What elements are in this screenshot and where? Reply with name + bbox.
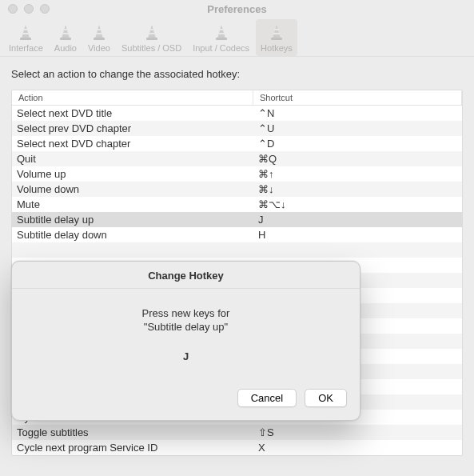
cell-shortcut: ⌘⌥↓ xyxy=(253,198,462,210)
table-row[interactable]: Subtitle delay upJ xyxy=(12,212,462,227)
cell-shortcut: ⌃U xyxy=(253,122,462,134)
cell-shortcut: ⇧S xyxy=(253,426,462,438)
tab-label: Video xyxy=(88,43,110,53)
svg-rect-7 xyxy=(97,29,102,30)
cell-action: Subtitle delay up xyxy=(12,214,253,226)
table-row[interactable]: Mute⌘⌥↓ xyxy=(12,197,462,212)
svg-rect-10 xyxy=(149,29,154,30)
table-row[interactable]: Subtitle delay downH xyxy=(12,227,462,242)
svg-rect-15 xyxy=(271,38,282,40)
cell-action: Volume up xyxy=(12,168,253,180)
cell-shortcut: X xyxy=(253,442,462,454)
svg-rect-1 xyxy=(23,29,28,30)
preferences-toolbar: Interface Audio Video Subtitles / OSD In… xyxy=(0,18,474,57)
minimize-window-button[interactable] xyxy=(24,4,34,14)
window-title: Preferences xyxy=(0,3,474,15)
svg-rect-8 xyxy=(96,33,102,34)
titlebar: Preferences xyxy=(0,0,474,18)
traffic-lights xyxy=(8,4,50,14)
change-hotkey-dialog: Change Hotkey Press new keys for "Subtit… xyxy=(11,261,360,421)
column-header-action[interactable]: Action xyxy=(12,90,253,105)
table-row[interactable]: Toggle subtitles⇧S xyxy=(12,425,462,440)
dialog-title: Change Hotkey xyxy=(12,262,360,289)
cell-shortcut: ⌘↑ xyxy=(253,168,462,180)
svg-rect-0 xyxy=(20,38,31,40)
cell-action: Cycle next program Service ID xyxy=(12,442,253,454)
table-row[interactable]: Select prev DVD chapter⌃U xyxy=(12,121,462,136)
dialog-buttons: Cancel OK xyxy=(12,389,360,420)
tab-hotkeys[interactable]: Hotkeys xyxy=(256,19,297,56)
tab-label: Hotkeys xyxy=(261,43,293,53)
tab-label: Subtitles / OSD xyxy=(121,43,181,53)
cell-shortcut: ⌃N xyxy=(253,107,462,119)
close-window-button[interactable] xyxy=(8,4,18,14)
cell-action: Select next DVD chapter xyxy=(12,138,253,150)
table-row[interactable] xyxy=(12,242,462,258)
captured-key: J xyxy=(183,350,189,362)
tab-input-codecs[interactable]: Input / Codecs xyxy=(188,19,254,56)
table-row[interactable]: Select next DVD chapter⌃D xyxy=(12,136,462,151)
cone-icon xyxy=(265,22,288,42)
cell-action: Toggle subtitles xyxy=(12,426,253,438)
svg-rect-11 xyxy=(149,33,155,34)
tab-interface[interactable]: Interface xyxy=(4,19,48,56)
zoom-window-button[interactable] xyxy=(40,4,50,14)
svg-rect-12 xyxy=(216,38,227,40)
table-row[interactable]: Volume up⌘↑ xyxy=(12,166,462,182)
instruction-text: Select an action to change the associate… xyxy=(11,68,463,80)
table-header: Action Shortcut xyxy=(12,90,462,106)
dialog-message-line1: Press new keys for xyxy=(142,307,230,319)
tab-label: Input / Codecs xyxy=(193,43,249,53)
svg-rect-2 xyxy=(22,33,29,34)
svg-rect-13 xyxy=(219,29,224,30)
table-row[interactable]: Cycle next program Service IDX xyxy=(12,440,462,455)
cone-icon xyxy=(54,22,77,42)
cell-shortcut: J xyxy=(253,214,462,226)
cell-action: Select next DVD title xyxy=(12,107,253,119)
dialog-body: Press new keys for "Subtitle delay up" J xyxy=(12,289,360,389)
cone-icon xyxy=(88,22,110,42)
svg-rect-9 xyxy=(146,38,157,40)
cone-icon xyxy=(141,22,163,42)
tab-label: Audio xyxy=(54,43,77,53)
svg-rect-5 xyxy=(62,33,69,34)
cell-action: Volume down xyxy=(12,183,253,195)
table-row[interactable]: Quit⌘Q xyxy=(12,151,462,166)
cell-shortcut: ⌃D xyxy=(253,138,462,150)
table-row[interactable]: Select next DVD title⌃N xyxy=(12,106,462,121)
cell-shortcut: ⌘↓ xyxy=(253,183,462,195)
cell-shortcut: H xyxy=(253,229,462,241)
svg-rect-17 xyxy=(273,33,280,34)
cell-shortcut: ⌘Q xyxy=(253,153,462,165)
svg-rect-4 xyxy=(63,29,68,30)
cell-action: Select prev DVD chapter xyxy=(12,122,253,134)
dialog-message: Press new keys for "Subtitle delay up" xyxy=(142,307,230,334)
preferences-window: Preferences Interface Audio Video Subtit… xyxy=(0,0,474,476)
svg-rect-16 xyxy=(274,29,279,30)
svg-rect-6 xyxy=(94,38,105,40)
cell-action: Subtitle delay down xyxy=(12,229,253,241)
cancel-button[interactable]: Cancel xyxy=(237,389,297,407)
tab-subtitles-osd[interactable]: Subtitles / OSD xyxy=(117,19,186,56)
svg-rect-14 xyxy=(218,33,225,34)
dialog-message-line2: "Subtitle delay up" xyxy=(144,321,228,333)
ok-button[interactable]: OK xyxy=(305,389,347,407)
svg-rect-3 xyxy=(60,38,71,40)
table-row[interactable]: Volume down⌘↓ xyxy=(12,182,462,197)
cone-icon xyxy=(210,22,233,42)
tab-video[interactable]: Video xyxy=(83,19,115,56)
cell-action: Mute xyxy=(12,198,253,210)
cone-icon xyxy=(14,22,37,42)
tab-label: Interface xyxy=(9,43,43,53)
tab-audio[interactable]: Audio xyxy=(50,19,82,56)
cell-action: Quit xyxy=(12,153,253,165)
column-header-shortcut[interactable]: Shortcut xyxy=(253,90,462,105)
